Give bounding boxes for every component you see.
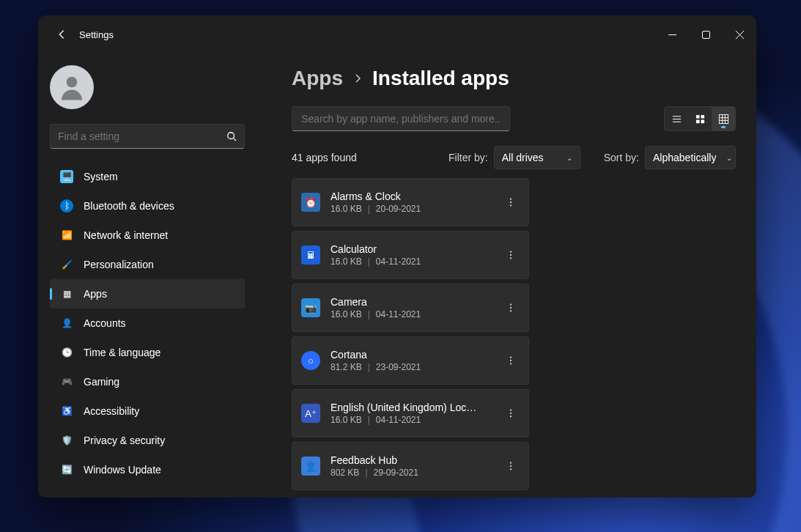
app-icon: 📷 <box>301 298 320 317</box>
chevron-down-icon: ⌄ <box>726 154 732 162</box>
svg-point-9 <box>510 202 512 203</box>
app-date: 04-11-2021 <box>376 309 421 319</box>
svg-rect-6 <box>701 119 704 123</box>
app-more-button[interactable] <box>499 349 523 372</box>
svg-point-15 <box>510 307 512 309</box>
chevron-right-icon <box>353 73 362 85</box>
titlebar: Settings <box>38 15 756 53</box>
person-icon <box>56 72 87 103</box>
sidebar-item-gaming[interactable]: 🎮Gaming <box>50 367 245 396</box>
view-tiles-button[interactable] <box>688 107 712 130</box>
svg-point-17 <box>510 356 512 358</box>
view-list-button[interactable] <box>665 107 688 130</box>
filter-dropdown[interactable]: All drives ⌄ <box>494 146 580 169</box>
main-pane: Apps Installed apps <box>256 53 756 498</box>
search-apps[interactable] <box>292 106 510 131</box>
breadcrumb-parent[interactable]: Apps <box>292 67 343 90</box>
app-more-button[interactable] <box>499 454 523 478</box>
svg-rect-5 <box>695 119 699 123</box>
app-more-button[interactable] <box>499 296 523 319</box>
sidebar-item-accessibility[interactable]: ♿Accessibility <box>50 396 245 426</box>
app-row[interactable]: A⁺English (United Kingdom) Loca...16.0 K… <box>292 389 529 437</box>
settings-window: Settings 🖥️SystemᛒBluetooth & devices📶Ne… <box>38 15 756 498</box>
sidebar-item-label: Accounts <box>84 317 126 329</box>
app-row[interactable]: 👤Feedback Hub802 KB|29-09-2021 <box>292 442 529 490</box>
svg-point-20 <box>510 409 512 410</box>
breadcrumb: Apps Installed apps <box>292 67 736 90</box>
avatar[interactable] <box>50 65 94 109</box>
svg-point-2 <box>228 133 235 139</box>
app-name: Calculator <box>331 243 477 255</box>
svg-point-22 <box>510 415 512 417</box>
sidebar: 🖥️SystemᛒBluetooth & devices📶Network & i… <box>38 53 256 498</box>
sidebar-item-apps[interactable]: ▦Apps <box>50 279 245 309</box>
app-details: 16.0 KB|20-09-2021 <box>331 204 499 214</box>
sort-by-label: Sort by: <box>604 152 639 163</box>
app-date: 23-09-2021 <box>376 362 421 372</box>
svg-point-13 <box>510 257 512 259</box>
app-name: Cortana <box>331 349 477 361</box>
sort-dropdown[interactable]: Alphabetically ⌄ <box>645 146 736 169</box>
wifi-icon: 📶 <box>60 229 73 242</box>
app-name: Camera <box>331 296 477 308</box>
search-icon <box>226 131 237 141</box>
view-grid-button[interactable] <box>712 107 735 130</box>
sidebar-item-personalization[interactable]: 🖌️Personalization <box>50 250 245 279</box>
find-setting-search[interactable] <box>50 124 245 149</box>
svg-rect-7 <box>719 114 728 123</box>
app-name: Feedback Hub <box>331 454 477 466</box>
sidebar-item-label: Network & internet <box>84 229 168 241</box>
app-details: 16.0 KB|04-11-2021 <box>331 309 499 319</box>
svg-rect-0 <box>702 31 709 38</box>
sidebar-item-label: System <box>84 171 118 182</box>
window-title: Settings <box>79 29 114 40</box>
svg-point-18 <box>510 360 512 361</box>
window-controls <box>655 21 756 48</box>
search-apps-input[interactable] <box>301 113 501 125</box>
app-row[interactable]: 🖩Calculator16.0 KB|04-11-2021 <box>292 231 529 279</box>
svg-point-16 <box>510 310 512 311</box>
apps-icon: ▦ <box>60 287 73 300</box>
back-button[interactable] <box>50 23 73 46</box>
app-row[interactable]: ⏰Alarms & Clock16.0 KB|20-09-2021 <box>292 178 529 226</box>
svg-point-25 <box>510 468 512 470</box>
sidebar-item-label: Personalization <box>84 259 154 270</box>
svg-point-12 <box>510 254 512 256</box>
sidebar-item-system[interactable]: 🖥️System <box>50 162 245 191</box>
find-setting-input[interactable] <box>58 130 226 142</box>
app-icon: ⏰ <box>301 193 320 212</box>
maximize-button[interactable] <box>689 21 723 48</box>
app-size: 16.0 KB <box>331 309 362 319</box>
app-date: 04-11-2021 <box>376 415 421 425</box>
svg-point-19 <box>510 363 512 364</box>
app-row[interactable]: ○Cortana81.2 KB|23-09-2021 <box>292 336 529 385</box>
sidebar-item-bluetooth-devices[interactable]: ᛒBluetooth & devices <box>50 191 245 221</box>
sidebar-item-privacy-security[interactable]: 🛡️Privacy & security <box>50 426 245 455</box>
filter-by-label: Filter by: <box>449 152 488 163</box>
minimize-button[interactable] <box>655 21 689 48</box>
sidebar-item-accounts[interactable]: 👤Accounts <box>50 309 245 338</box>
paintbrush-icon: 🖌️ <box>60 258 73 271</box>
sidebar-item-label: Apps <box>84 288 107 300</box>
person-icon: 👤 <box>60 317 73 330</box>
close-button[interactable] <box>723 21 756 48</box>
sidebar-item-time-language[interactable]: 🕒Time & language <box>50 338 245 367</box>
app-icon: 🖩 <box>301 245 320 265</box>
clock-icon: 🕒 <box>60 346 73 359</box>
gamepad-icon: 🎮 <box>60 375 73 388</box>
app-details: 16.0 KB|04-11-2021 <box>331 256 499 267</box>
svg-rect-3 <box>695 114 699 118</box>
app-row[interactable]: 📷Camera16.0 KB|04-11-2021 <box>292 284 529 332</box>
sidebar-item-network-internet[interactable]: 📶Network & internet <box>50 221 245 250</box>
sidebar-item-windows-update[interactable]: 🔄Windows Update <box>50 455 245 484</box>
sidebar-item-label: Privacy & security <box>84 435 165 446</box>
view-segmented <box>664 106 736 131</box>
app-more-button[interactable] <box>499 402 523 425</box>
apps-list[interactable]: ⏰Alarms & Clock16.0 KB|20-09-2021🖩Calcul… <box>292 178 531 490</box>
app-more-button[interactable] <box>499 243 523 267</box>
chevron-down-icon: ⌄ <box>566 154 572 162</box>
svg-point-24 <box>510 465 512 467</box>
svg-point-14 <box>510 303 512 305</box>
app-more-button[interactable] <box>499 191 523 214</box>
svg-point-8 <box>510 198 512 199</box>
